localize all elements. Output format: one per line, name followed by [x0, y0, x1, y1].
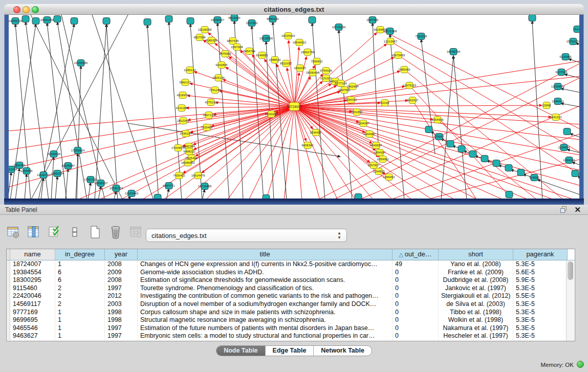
- table-row[interactable]: 2242004622012Investigating the contribut…: [7, 292, 575, 300]
- svg-text:1156869: 1156869: [21, 169, 33, 172]
- status-bar: Memory: OK: [0, 358, 588, 372]
- svg-text:9827508: 9827508: [193, 36, 206, 39]
- svg-text:9227343: 9227343: [555, 71, 568, 74]
- table-row[interactable]: 911546021997Tourette syndrome. Phenomeno…: [7, 285, 575, 293]
- table-panel: Table Panel ✕: [0, 205, 588, 372]
- table-row[interactable]: 1456911722003Disruption of a novel membe…: [7, 300, 575, 309]
- svg-text:7251243: 7251243: [209, 89, 221, 92]
- svg-text:9658342: 9658342: [301, 144, 314, 147]
- table-settings-icon[interactable]: [6, 225, 20, 239]
- new-table-icon[interactable]: [88, 225, 102, 239]
- svg-text:8813054: 8813054: [228, 16, 241, 19]
- table-row[interactable]: 1830029562008Estimation of significance …: [7, 276, 575, 285]
- delete-table-icon[interactable]: [108, 225, 123, 239]
- svg-text:924502: 924502: [529, 176, 540, 179]
- svg-text:62160: 62160: [381, 101, 389, 104]
- table-header-row: namein_degreeyeartitle△out_de…shortpager…: [7, 249, 575, 260]
- svg-text:2185133: 2185133: [184, 69, 196, 72]
- sort-ascending-icon: △: [399, 251, 403, 257]
- svg-text:3141205: 3141205: [176, 106, 188, 110]
- svg-text:7425402: 7425402: [173, 174, 185, 177]
- svg-text:16961758: 16961758: [301, 51, 315, 54]
- svg-text:9777169: 9777169: [335, 82, 347, 85]
- svg-text:4318972: 4318972: [177, 94, 189, 97]
- table-scrollbar-thumb[interactable]: [568, 261, 573, 280]
- svg-text:1641213: 1641213: [550, 116, 562, 119]
- svg-text:17957223: 17957223: [84, 178, 98, 181]
- svg-text:1094343: 1094343: [563, 159, 575, 162]
- svg-text:15751074: 15751074: [567, 40, 579, 43]
- memory-status-label: Memory: OK: [540, 362, 574, 368]
- svg-text:9807546: 9807546: [227, 39, 239, 42]
- svg-text:3892177: 3892177: [179, 81, 191, 84]
- svg-text:1854937: 1854937: [374, 151, 386, 154]
- table-scrollbar[interactable]: [566, 260, 574, 341]
- svg-text:7551852: 7551852: [351, 111, 363, 114]
- column-header-title[interactable]: title: [138, 249, 393, 260]
- table-row[interactable]: 977716911998Corpus callosum shape and si…: [7, 309, 575, 317]
- svg-text:8186328: 8186328: [205, 39, 217, 42]
- svg-text:1527602: 1527602: [246, 21, 258, 25]
- memory-status-icon[interactable]: [577, 361, 584, 368]
- svg-text:1106554: 1106554: [558, 146, 571, 149]
- svg-text:8466160: 8466160: [267, 17, 279, 20]
- network-canvas[interactable]: 2405572420691406106553278813054152760284…: [9, 15, 579, 199]
- svg-text:9463627: 9463627: [406, 99, 419, 102]
- table-select-dropdown[interactable]: citations_edges.txt ▲▼: [146, 229, 347, 242]
- svg-text:10719134: 10719134: [332, 26, 346, 29]
- svg-text:12213967: 12213967: [384, 40, 398, 43]
- table-row[interactable]: 946362711997Embryonic stem cells: a mode…: [7, 332, 575, 340]
- table-toolbar: f(x): [6, 223, 164, 242]
- row-chooser-icon[interactable]: [68, 225, 82, 239]
- svg-text:17004678: 17004678: [171, 146, 185, 149]
- column-header-in_degree[interactable]: in_degree: [55, 249, 105, 260]
- svg-text:12142737: 12142737: [37, 173, 51, 177]
- svg-text:20691406: 20691406: [40, 18, 54, 21]
- column-header-year[interactable]: year: [105, 249, 138, 260]
- table-row[interactable]: 946554611997Estimation of the future num…: [7, 324, 575, 333]
- column-header-name[interactable]: name: [10, 249, 55, 260]
- svg-text:1244412: 1244412: [552, 100, 564, 103]
- network-graph[interactable]: 2405572420691406106553278813054152760284…: [9, 15, 579, 199]
- float-panel-icon[interactable]: [560, 206, 568, 213]
- table-panel-title: Table Panel: [5, 206, 37, 213]
- select-column-icon[interactable]: [27, 225, 41, 239]
- tab-edge-table[interactable]: Edge Table: [266, 346, 314, 356]
- svg-text:15121: 15121: [573, 28, 579, 31]
- svg-text:11451154: 11451154: [51, 172, 64, 175]
- svg-text:16914479: 16914479: [191, 174, 205, 177]
- table-row[interactable]: 1872400712008Changes of HCN gene express…: [7, 260, 575, 269]
- svg-text:19218506: 19218506: [259, 37, 273, 40]
- row-gutter: [7, 249, 10, 260]
- window-titlebar[interactable]: citations_edges.txt: [4, 4, 584, 15]
- svg-text:16999483: 16999483: [181, 161, 195, 164]
- svg-text:12093872: 12093872: [551, 85, 565, 88]
- column-header-out_de[interactable]: △out_de…: [393, 249, 439, 260]
- svg-text:679197: 679197: [434, 135, 445, 138]
- tab-node-table[interactable]: Node Table: [216, 346, 265, 356]
- tab-network-table[interactable]: Network Table: [314, 346, 372, 356]
- table-body: 1872400712008Changes of HCN gene express…: [7, 260, 575, 340]
- svg-text:1059062: 1059062: [377, 158, 389, 161]
- close-panel-icon[interactable]: ✕: [574, 205, 581, 214]
- column-header-pagerank[interactable]: pagerank: [513, 249, 568, 260]
- node-table: namein_degreeyeartitle△out_de…shortpager…: [6, 249, 575, 341]
- network-window: citations_edges.txt 24055724206914061065…: [4, 4, 584, 205]
- svg-text:17359924: 17359924: [71, 149, 85, 152]
- table-row[interactable]: 1938455462009Genome-wide association stu…: [7, 269, 575, 277]
- svg-text:15716485: 15716485: [198, 185, 212, 188]
- svg-text:16648794: 16648794: [447, 50, 461, 53]
- window-frame-bottom: [4, 199, 584, 205]
- svg-text:8549557: 8549557: [370, 144, 382, 147]
- column-header-short[interactable]: short: [439, 249, 513, 260]
- svg-text:16154808: 16154808: [374, 28, 387, 31]
- svg-text:16990448: 16990448: [306, 71, 320, 74]
- svg-text:2350301: 2350301: [13, 164, 26, 167]
- edit-table-icon[interactable]: [47, 225, 61, 239]
- svg-text:6497568: 6497568: [338, 89, 351, 92]
- dropdown-stepper-icon: ▲▼: [337, 231, 341, 240]
- table-row[interactable]: 969969511998Structural magnetic resonanc…: [7, 316, 575, 324]
- svg-text:8522037: 8522037: [280, 62, 292, 65]
- svg-text:9146821: 9146821: [256, 54, 268, 57]
- svg-text:16640910: 16640910: [293, 41, 307, 44]
